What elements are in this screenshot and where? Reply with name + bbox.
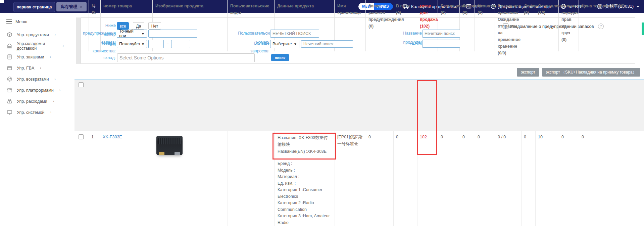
row-brand: Бренд :	[278, 161, 333, 167]
row-warehouse: [EP01]俄罗斯一号标准仓	[337, 134, 364, 147]
row-category3: Категория 3 :Ham, Amateur Radio	[278, 213, 333, 226]
more-queries-input[interactable]	[301, 40, 353, 48]
col-checkbox	[75, 0, 89, 51]
row-early-warning: 0	[368, 134, 371, 141]
chevron-right-icon: ›	[53, 99, 54, 103]
filter-label-qty-2: количества:	[93, 49, 116, 53]
sidebar-item-label: Упр. возвратами	[17, 77, 49, 82]
chevron-right-icon: ›	[54, 77, 55, 81]
filter-label-qty-1: Тип	[109, 42, 116, 47]
row-shipping: 0	[462, 134, 465, 141]
row-sku-link[interactable]: XK-F303E	[103, 134, 122, 141]
row-product-details: Бренд : Модель : Материал : Ед. изм. : К…	[278, 161, 333, 226]
col-price: Цена товаров (0.000)	[579, 0, 644, 51]
toggle-yes-button[interactable]: Да	[133, 22, 144, 30]
col-temp-storage: Временное хранение/Ожидание отправки на …	[495, 0, 521, 51]
ean-input[interactable]	[422, 40, 460, 48]
more-queries-select[interactable]: Выберите▼	[270, 40, 299, 48]
filter-label-ean: EAN:	[412, 41, 422, 46]
search-button[interactable]: поиск	[271, 54, 289, 61]
cube-icon	[7, 32, 12, 38]
row-checkbox[interactable]	[79, 134, 84, 139]
toggle-all-button[interactable]: все	[117, 22, 129, 30]
sidebar-item-expenses[interactable]: Упр. расходами ›	[0, 96, 64, 107]
row-unit: Ед. изм. :	[278, 180, 333, 187]
hamburger-icon[interactable]	[6, 18, 12, 25]
select-all-checkbox[interactable]	[79, 82, 84, 87]
row-temp-storage: 0 / 0	[498, 134, 506, 141]
sidebar-item-system[interactable]: Упр. системой ›	[0, 107, 64, 118]
sidebar-item-label: Упр. FBA	[17, 66, 34, 71]
row-shortage: 0	[478, 134, 480, 141]
col-shortage: Нехватка (0)	[475, 0, 495, 51]
row-price: 0	[582, 134, 584, 141]
product-image	[155, 133, 184, 160]
filter-label-number-1: номер	[104, 32, 116, 37]
qty-min-input[interactable]	[148, 40, 164, 48]
qty-type-value: Пожалуйст	[119, 42, 141, 46]
sidebar-item-label: Упр. продуктами	[17, 33, 49, 37]
row-model: Модель :	[278, 167, 333, 174]
storefront-icon	[7, 87, 12, 93]
row-in-transit: 0	[396, 134, 398, 141]
row-category2: Категория 2 :Radio Communication	[278, 200, 333, 213]
row-defect: 0	[524, 134, 526, 141]
return-arrow-icon	[7, 76, 12, 82]
col-shipping: Отправка (0)	[460, 0, 475, 51]
row-transfer: 0	[561, 134, 564, 141]
sidebar-item-orders[interactable]: Упр. заказами ›	[0, 51, 64, 62]
table-header	[75, 80, 644, 131]
filter-label-more-1: Больше	[254, 41, 269, 46]
sidebar-item-label: Упр. платформами	[17, 88, 54, 93]
chevron-right-icon: ›	[63, 44, 64, 48]
sidebar-item-platforms[interactable]: Упр. платформами ›	[0, 85, 64, 96]
sidebar-item-returns[interactable]: Упр. возвратами ›	[0, 74, 64, 85]
qty-max-input[interactable]	[171, 40, 190, 48]
tab-home[interactable]: первая страница	[13, 2, 55, 12]
more-queries-value: Выберите	[273, 42, 292, 46]
filter-label-below-1: Ниже	[105, 23, 116, 28]
filter-label-warehouse: склад:	[103, 55, 116, 60]
export-button[interactable]: экспорт	[517, 68, 539, 77]
filter-label-name-1: Название	[403, 31, 422, 36]
row-ready-for-sale: 102	[420, 134, 427, 141]
product-number-input[interactable]	[148, 30, 197, 38]
row-category1: Категория 1 :Consumer Electronics	[278, 187, 333, 200]
col-defect: Дефект (0)	[521, 0, 535, 51]
match-type-select[interactable]: Точный пои▼	[117, 30, 147, 38]
box-icon	[7, 65, 12, 71]
row-no: 1	[91, 134, 94, 141]
sidebar-item-label: Упр. расходами	[17, 99, 47, 104]
sidebar: Меню Упр. продуктами › Упр.складом и дос…	[0, 13, 64, 226]
col-transfer: Количество передач прав на груз (0)	[559, 0, 579, 51]
product-name-input[interactable]	[422, 30, 460, 38]
chevron-right-icon: ›	[40, 66, 41, 70]
sidebar-menu-header[interactable]: Меню	[0, 13, 64, 29]
chevron-right-icon: ›	[50, 110, 51, 114]
sidebar-item-products[interactable]: Упр. продуктами ›	[0, 29, 64, 40]
col-no: N O.	[89, 0, 101, 51]
row-material: Материал :	[278, 174, 333, 180]
purse-icon	[7, 98, 12, 104]
row-placement: 0	[441, 134, 443, 141]
sidebar-item-label: Упр. системой	[17, 110, 45, 115]
document-icon	[7, 54, 12, 60]
export-sku-button[interactable]: экспорт （SKU+Накладная на приемку товара…	[542, 68, 640, 77]
chevron-right-icon: ›	[50, 55, 51, 59]
toggle-no-button[interactable]: Нет	[148, 22, 161, 30]
tab-home-label: первая страница	[16, 5, 52, 9]
sidebar-nav: Упр. продуктами › Упр.складом и доставко…	[0, 29, 64, 118]
warehouse-select-input[interactable]	[117, 53, 255, 62]
custom-number-input[interactable]	[270, 30, 319, 38]
sidebar-item-warehouse[interactable]: Упр.складом и доставкой ›	[0, 40, 64, 51]
sidebar-item-fba[interactable]: Упр. FBA ›	[0, 62, 64, 74]
filter-label-custom-1: Пользовательские	[238, 31, 274, 36]
sidebar-item-label: Упр.складом и доставкой	[17, 41, 57, 51]
chevron-right-icon: ›	[55, 33, 56, 37]
row-shipped: 10	[538, 134, 543, 141]
qty-type-select[interactable]: Пожалуйст▼	[117, 40, 147, 48]
col-early-warning: Запас раннего предупреждения (0)	[366, 0, 393, 51]
filter-label-more-2: запросов:	[250, 49, 269, 53]
chevron-right-icon: ›	[59, 88, 60, 92]
range-separator: ~	[166, 42, 169, 46]
